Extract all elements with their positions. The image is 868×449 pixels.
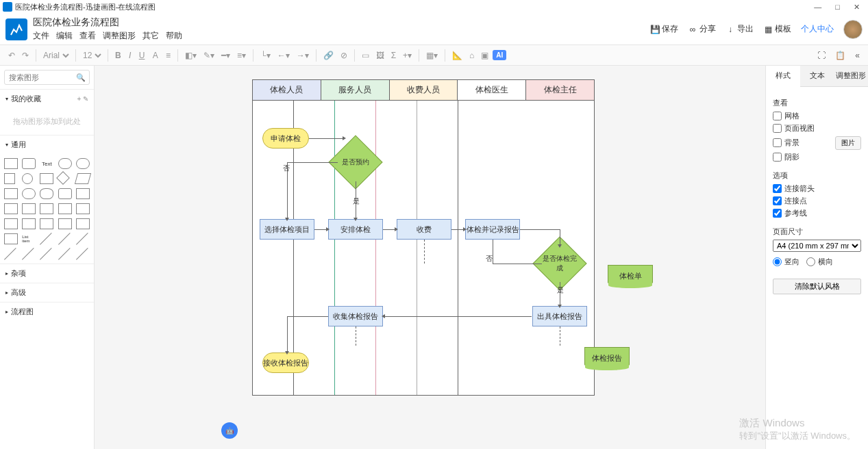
fillcolor-button[interactable]: ◧▾	[182, 49, 199, 62]
tab-text[interactable]: 文本	[800, 66, 834, 86]
node-issue-report[interactable]: 出具体检报告	[532, 306, 587, 326]
undo-button[interactable]: ↶	[5, 49, 18, 62]
connector-button[interactable]: └▾	[258, 49, 273, 62]
fontcolor-button[interactable]: A	[150, 51, 161, 60]
shape-card[interactable]	[4, 203, 18, 214]
node-report1[interactable]: 体检报告	[584, 347, 630, 369]
flowchart-header[interactable]: ▸流程图	[0, 303, 94, 321]
arrow-start-button[interactable]: ←▾	[275, 49, 293, 62]
layers-icon[interactable]: ▣	[478, 49, 491, 62]
node-select-project[interactable]: 选择体检项目	[260, 219, 314, 240]
shape-step[interactable]	[40, 203, 53, 214]
menu-adjust[interactable]: 调整图形	[103, 30, 136, 42]
misc-header[interactable]: ▸杂项	[0, 264, 94, 283]
redo-button[interactable]: ↷	[19, 49, 32, 62]
shape-cloud[interactable]	[40, 188, 53, 199]
shape-label[interactable]: List item	[22, 233, 36, 244]
arrowheads-checkbox[interactable]: 连接箭头	[773, 183, 861, 194]
shape-bidir[interactable]	[40, 248, 53, 259]
pagesize-select[interactable]: A4 (210 mm x 297 mm)	[773, 240, 861, 252]
collapse-icon[interactable]: «	[852, 49, 863, 62]
linewidth-button[interactable]: ≡▾	[234, 49, 249, 62]
linestyle-button[interactable]: ━▾	[219, 49, 233, 62]
close-button[interactable]: ✕	[854, 3, 860, 12]
home-icon[interactable]: ⌂	[467, 49, 477, 62]
share-button[interactable]: ∞分享	[688, 23, 716, 35]
lane-header-4[interactable]: 体检医生	[458, 80, 526, 101]
clear-style-button[interactable]: 清除默认风格	[773, 279, 861, 294]
ruler-icon[interactable]: 📐	[449, 49, 465, 62]
menu-file[interactable]: 文件	[33, 30, 49, 42]
shape-callout[interactable]	[76, 203, 90, 214]
fontsize-select[interactable]: 12	[80, 50, 103, 61]
shape-hexagon[interactable]	[4, 188, 18, 199]
italic-button[interactable]: I	[126, 51, 134, 60]
shape-line1[interactable]	[40, 233, 53, 244]
tab-style[interactable]: 样式	[766, 66, 800, 87]
shape-arrow2[interactable]	[76, 233, 90, 244]
shape-or[interactable]	[22, 218, 36, 229]
save-button[interactable]: 💾保存	[650, 23, 678, 35]
search-icon[interactable]: 🔍	[76, 73, 86, 82]
shape-trap[interactable]	[58, 203, 72, 214]
shape-text[interactable]: Text	[40, 158, 53, 169]
shape-frame[interactable]	[4, 233, 18, 244]
shape-parallelogram[interactable]	[75, 173, 91, 184]
shape-arrow1[interactable]	[58, 233, 72, 244]
minimize-button[interactable]: —	[814, 3, 821, 12]
shape-data[interactable]	[58, 218, 72, 229]
menu-view[interactable]: 查看	[79, 30, 96, 42]
ai-button[interactable]: AI	[493, 50, 506, 60]
node-receive-report[interactable]: 接收体检报告	[262, 352, 309, 373]
shape-and[interactable]	[40, 218, 53, 229]
tab-adjust[interactable]: 调整图形	[834, 66, 868, 86]
clipboard-icon[interactable]: 📋	[832, 49, 848, 62]
shape-note[interactable]	[76, 188, 90, 199]
lane-header-2[interactable]: 服务人员	[321, 80, 390, 101]
shape-doc[interactable]	[58, 188, 72, 199]
shadow-checkbox[interactable]: 阴影	[773, 152, 861, 162]
document-title[interactable]: 医院体检业务流程图	[33, 16, 182, 29]
font-select[interactable]: Arial	[40, 50, 71, 61]
menu-edit[interactable]: 编辑	[56, 30, 73, 42]
menu-other[interactable]: 其它	[142, 30, 159, 42]
assistant-icon[interactable]: 🤖	[221, 422, 238, 439]
node-charge[interactable]: 收费	[397, 219, 451, 240]
background-checkbox[interactable]: 背景	[773, 138, 799, 148]
shape-oval[interactable]	[76, 158, 90, 169]
shape-diamond[interactable]	[56, 171, 70, 185]
export-button[interactable]: ↓导出	[726, 23, 754, 35]
favorites-header[interactable]: ▾我的收藏 + ✎	[0, 90, 94, 108]
node-collect-report[interactable]: 收集体检报告	[328, 306, 383, 326]
arrow-end-button[interactable]: →▾	[294, 49, 312, 62]
shape-rect[interactable]	[4, 158, 18, 169]
shape-l[interactable]	[4, 218, 18, 229]
shape-circle[interactable]	[22, 173, 33, 184]
shape-container[interactable]	[76, 218, 90, 229]
grid-checkbox[interactable]: 网格	[773, 111, 861, 121]
lane-header-1[interactable]: 体检人员	[253, 80, 321, 101]
node-exam-record[interactable]: 体检并记录报告	[465, 219, 520, 240]
node-arrange[interactable]: 安排体检	[328, 219, 383, 240]
shape-conn1[interactable]	[58, 248, 72, 259]
align-button[interactable]: ≡	[163, 51, 173, 60]
image-icon[interactable]: 🖼	[373, 49, 387, 62]
general-header[interactable]: ▾通用	[0, 136, 94, 154]
portrait-radio[interactable]: 竖向	[773, 257, 799, 267]
advanced-header[interactable]: ▸高级	[0, 283, 94, 302]
shape-cylinder[interactable]	[22, 188, 36, 199]
shape-dashed[interactable]	[22, 248, 36, 259]
landscape-radio[interactable]: 横向	[806, 257, 833, 267]
bold-button[interactable]: B	[112, 51, 124, 60]
shape-process[interactable]	[40, 173, 53, 184]
shape-conn2[interactable]	[76, 248, 90, 259]
avatar[interactable]	[843, 20, 863, 39]
maximize-button[interactable]: □	[835, 3, 840, 12]
node-exam-sheet[interactable]: 体检单	[608, 265, 653, 287]
link-icon[interactable]: 🔗	[321, 49, 336, 62]
linecolor-button[interactable]: ✎▾	[201, 49, 217, 62]
shape-line2[interactable]	[4, 248, 18, 259]
lane-header-3[interactable]: 收费人员	[390, 80, 458, 101]
node-apply[interactable]: 申请体检	[262, 128, 309, 149]
shape-tape[interactable]	[22, 203, 36, 214]
